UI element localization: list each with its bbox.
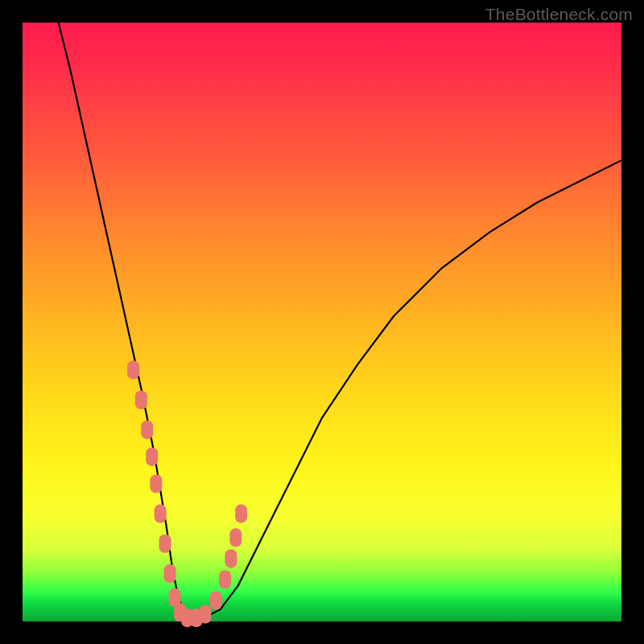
curve-marker [141,420,153,439]
bottleneck-curve [59,23,621,618]
chart-frame: TheBottleneck.com [0,0,644,644]
curve-marker [225,549,237,568]
curve-marker [155,505,167,523]
curve-marker [135,390,147,409]
curve-marker [159,535,171,553]
bottleneck-curve-svg [23,23,621,621]
curve-marker [210,591,222,609]
plot-area [23,23,621,621]
curve-marker [164,564,176,583]
curve-marker [199,605,211,624]
marker-group [127,361,247,627]
watermark-text: TheBottleneck.com [485,5,633,24]
curve-marker [150,474,162,493]
curve-marker [127,361,139,379]
curve-marker [235,505,247,523]
curve-marker [146,448,158,466]
curve-marker [229,528,242,547]
curve-marker [219,570,231,588]
